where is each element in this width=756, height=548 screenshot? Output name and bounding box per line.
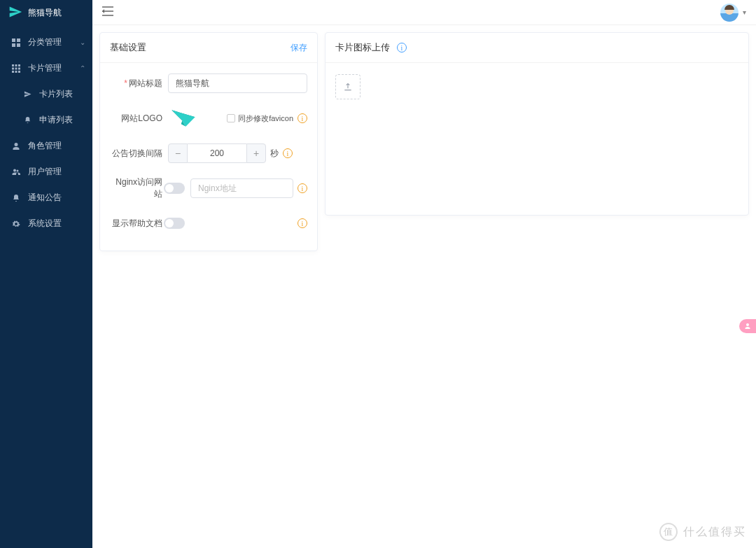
- site-logo-row: 网站LOGO 同步修改favicon i: [110, 106, 307, 130]
- site-title-row: *网站标题: [110, 73, 307, 94]
- card-header: 基础设置 保存: [100, 33, 317, 63]
- chevron-up-icon: ⌃: [80, 64, 85, 72]
- decrement-button[interactable]: −: [168, 143, 188, 163]
- float-badge[interactable]: [739, 319, 756, 333]
- gear-icon: [11, 219, 21, 229]
- plane-icon: [22, 90, 32, 99]
- sidebar-item-role[interactable]: 角色管理: [0, 133, 92, 159]
- topbar: ▾: [92, 0, 756, 25]
- sync-favicon-checkbox[interactable]: [227, 114, 235, 122]
- sync-favicon-label: 同步修改favicon: [238, 113, 293, 124]
- site-title-label: 网站标题: [129, 78, 162, 88]
- svg-rect-7: [12, 67, 14, 69]
- nginx-input[interactable]: [190, 178, 293, 198]
- interval-unit: 秒: [270, 148, 279, 160]
- sidebar-item-apply-list[interactable]: 申请列表: [0, 107, 92, 133]
- paper-plane-icon: [8, 5, 22, 21]
- bell-icon: [22, 115, 32, 125]
- info-icon[interactable]: i: [298, 218, 307, 228]
- svg-rect-8: [15, 67, 18, 69]
- interval-stepper: − +: [168, 143, 266, 163]
- sidebar-label: 分类管理: [28, 36, 62, 48]
- collapse-sidebar-button[interactable]: [102, 6, 113, 18]
- svg-rect-11: [15, 71, 18, 73]
- sidebar-item-user[interactable]: 用户管理: [0, 159, 92, 185]
- svg-rect-0: [12, 38, 15, 42]
- card-title: 基础设置: [110, 41, 146, 54]
- basic-settings-card: 基础设置 保存 *网站标题 网站LOGO: [99, 32, 318, 251]
- user-menu[interactable]: ▾: [720, 3, 746, 22]
- watermark-circle: 值: [659, 523, 678, 541]
- sidebar-label: 角色管理: [28, 140, 62, 152]
- site-logo-label: 网站LOGO: [121, 113, 162, 123]
- svg-rect-5: [15, 64, 18, 66]
- nginx-switch[interactable]: [164, 183, 185, 194]
- sidebar: 熊猫导航 分类管理 ⌄ 卡片管理 ⌃ 卡片列表 申请列表: [0, 0, 92, 548]
- help-doc-label: 显示帮助文档: [112, 218, 162, 228]
- svg-rect-3: [17, 43, 20, 47]
- avatar: [720, 3, 738, 22]
- watermark: 值 什么值得买: [659, 523, 746, 541]
- sidebar-item-settings[interactable]: 系统设置: [0, 211, 92, 237]
- info-icon[interactable]: i: [283, 148, 293, 158]
- sidebar-label: 通知公告: [28, 192, 62, 204]
- info-icon[interactable]: i: [298, 113, 307, 123]
- card-title: 卡片图标上传: [335, 41, 390, 54]
- svg-rect-10: [12, 71, 14, 73]
- interval-input[interactable]: [188, 143, 246, 163]
- app-name: 熊猫导航: [28, 7, 62, 19]
- notice-interval-row: 公告切换间隔 − + 秒 i: [110, 143, 307, 164]
- user-icon: [11, 141, 21, 151]
- main-area: ▾ 基础设置 保存 *网站标题 网站LOGO: [92, 0, 756, 548]
- caret-down-icon: ▾: [743, 8, 746, 16]
- sidebar-item-notice[interactable]: 通知公告: [0, 185, 92, 211]
- info-icon[interactable]: i: [397, 43, 407, 52]
- svg-rect-6: [18, 64, 20, 66]
- bell-icon: [11, 193, 21, 203]
- site-title-input[interactable]: [168, 73, 307, 93]
- svg-rect-9: [18, 67, 20, 69]
- sidebar-label: 卡片管理: [28, 62, 62, 74]
- sidebar-label: 系统设置: [28, 218, 62, 230]
- content: 基础设置 保存 *网站标题 网站LOGO: [92, 25, 756, 548]
- svg-rect-4: [12, 64, 14, 66]
- sidebar-label: 用户管理: [28, 166, 62, 178]
- help-doc-row: 显示帮助文档 i: [110, 213, 307, 234]
- svg-rect-1: [17, 38, 20, 42]
- users-icon: [11, 167, 21, 177]
- sidebar-label: 卡片列表: [39, 88, 73, 100]
- grid-icon: [11, 38, 21, 48]
- help-doc-switch[interactable]: [164, 218, 185, 229]
- nginx-label: Nginx访问网站: [115, 177, 162, 199]
- sidebar-item-card[interactable]: 卡片管理 ⌃: [0, 55, 92, 81]
- sidebar-item-category[interactable]: 分类管理 ⌄: [0, 29, 92, 55]
- grid-icon: [11, 64, 21, 73]
- sidebar-menu: 分类管理 ⌄ 卡片管理 ⌃ 卡片列表 申请列表 角色管理: [0, 25, 92, 237]
- notice-interval-label: 公告切换间隔: [112, 148, 162, 158]
- svg-rect-12: [18, 71, 20, 73]
- chevron-down-icon: ⌄: [80, 38, 85, 46]
- logo-preview[interactable]: [168, 106, 199, 130]
- save-button[interactable]: 保存: [290, 42, 307, 54]
- sidebar-item-card-list[interactable]: 卡片列表: [0, 81, 92, 107]
- svg-rect-2: [12, 43, 15, 47]
- icon-upload-card: 卡片图标上传 i: [325, 32, 749, 216]
- watermark-text: 什么值得买: [683, 525, 746, 540]
- increment-button[interactable]: +: [246, 143, 266, 163]
- card-header: 卡片图标上传 i: [326, 33, 748, 63]
- app-logo: 熊猫导航: [0, 0, 92, 25]
- nginx-row: Nginx访问网站 i: [110, 176, 307, 200]
- upload-button[interactable]: [335, 74, 360, 99]
- info-icon[interactable]: i: [298, 183, 307, 193]
- sidebar-label: 申请列表: [39, 114, 73, 126]
